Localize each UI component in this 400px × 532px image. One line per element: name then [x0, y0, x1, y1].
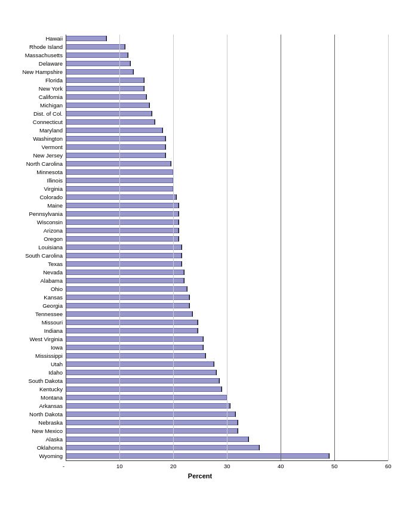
error-bar: [235, 412, 236, 417]
bar-row: Kentucky: [12, 385, 388, 393]
bar-row: Wisconsin: [12, 218, 388, 226]
bar: [66, 261, 181, 267]
error-bar: [187, 286, 187, 292]
bar: [66, 236, 179, 242]
bar: [66, 395, 227, 400]
bar: [66, 453, 329, 459]
x-axis-title: Percent: [12, 472, 388, 480]
error-bar: [192, 311, 193, 317]
bar-label: Utah: [12, 361, 66, 367]
error-bar: [184, 270, 184, 275]
bar: [66, 378, 219, 383]
bar-label: Washington: [12, 135, 66, 142]
bar-label: Louisiana: [12, 244, 66, 250]
bar-label: Tennessee: [12, 311, 66, 317]
bar-row: West Virginia: [12, 335, 388, 343]
bar-label: West Virginia: [12, 336, 66, 342]
grid-line: [388, 35, 389, 460]
bar: [66, 78, 144, 83]
bar-row: New York: [12, 85, 388, 92]
error-bar: [214, 361, 214, 367]
bar-row: Maryland: [12, 126, 388, 134]
error-bar: [205, 353, 206, 358]
grid-line: [334, 35, 335, 460]
bar: [66, 194, 176, 200]
bar-row: Maine: [12, 202, 388, 209]
bar-label: Arkansas: [12, 403, 66, 409]
bar-row: Massachusetts: [12, 51, 388, 59]
bar-row: Connecticut: [12, 118, 388, 126]
bar-row: Mississippi: [12, 352, 388, 360]
bar-row: Utah: [12, 360, 388, 368]
bar-label: Massachusetts: [12, 52, 66, 58]
bar-row: California: [12, 93, 388, 101]
error-bar: [329, 453, 330, 459]
bar-label: New Jersey: [12, 152, 66, 159]
bar: [66, 161, 171, 166]
bar: [66, 428, 238, 434]
bar-label: North Carolina: [12, 160, 66, 167]
bar: [66, 412, 235, 417]
bar-label: Mississippi: [12, 352, 66, 359]
error-bar: [198, 328, 198, 333]
bar-label: Kansas: [12, 294, 66, 301]
bar-label: New Hampshire: [12, 69, 66, 75]
bar-row: Montana: [12, 394, 388, 401]
bar-row: Nevada: [12, 268, 388, 276]
bar-label: Arizona: [12, 227, 66, 234]
bar-row: Minnesota: [12, 168, 388, 176]
bar-row: Indiana: [12, 327, 388, 335]
bar-label: Illinois: [12, 177, 66, 184]
error-bar: [230, 403, 230, 409]
error-bar: [130, 61, 131, 66]
grid-line: [66, 35, 66, 460]
bar-row: Missouri: [12, 318, 388, 326]
error-bar: [179, 228, 179, 233]
bar-label: Oklahoma: [12, 444, 66, 451]
bar: [66, 103, 149, 108]
bar-label: Colorado: [12, 194, 66, 200]
bar: [66, 420, 238, 425]
bar-row: Florida: [12, 76, 388, 84]
bar-label: Alabama: [12, 277, 66, 284]
bar: [66, 295, 189, 300]
bar: [66, 303, 189, 308]
bar: [66, 111, 152, 116]
bar-label: Wyoming: [12, 453, 66, 459]
bar: [66, 403, 230, 409]
error-bar: [106, 36, 107, 41]
bar: [66, 328, 198, 333]
bar-label: Alaska: [12, 436, 66, 443]
x-axis: -102030405060: [66, 460, 388, 469]
bar-row: Oklahoma: [12, 444, 388, 451]
bar: [66, 86, 144, 91]
bar-label: Texas: [12, 261, 66, 267]
bar-label: Nevada: [12, 269, 66, 276]
bar-row: Pennsylvania: [12, 210, 388, 218]
error-bar: [133, 69, 134, 75]
bar-row: North Dakota: [12, 410, 388, 418]
error-bar: [152, 111, 152, 116]
bar-row: Illinois: [12, 177, 388, 184]
bar: [66, 278, 184, 283]
error-bar: [155, 119, 155, 125]
bar-label: Idaho: [12, 369, 66, 376]
error-bar: [203, 336, 204, 342]
x-tick-label: 60: [385, 463, 392, 469]
bar-label: Hawaii: [12, 35, 66, 42]
error-bar: [144, 86, 144, 91]
bar: [66, 336, 203, 342]
bar-label: California: [12, 94, 66, 100]
bar-row: Alabama: [12, 277, 388, 284]
bar: [66, 353, 205, 358]
bar-row: Hawaii: [12, 35, 388, 42]
error-bar: [216, 370, 217, 375]
bar-label: Oregon: [12, 236, 66, 242]
error-bar: [165, 136, 166, 141]
bar-label: Iowa: [12, 344, 66, 351]
bar: [66, 445, 259, 450]
bar-row: New Hampshire: [12, 68, 388, 76]
bar-row: Wyoming: [12, 452, 388, 460]
bar-row: Virginia: [12, 185, 388, 193]
error-bar: [128, 52, 128, 58]
